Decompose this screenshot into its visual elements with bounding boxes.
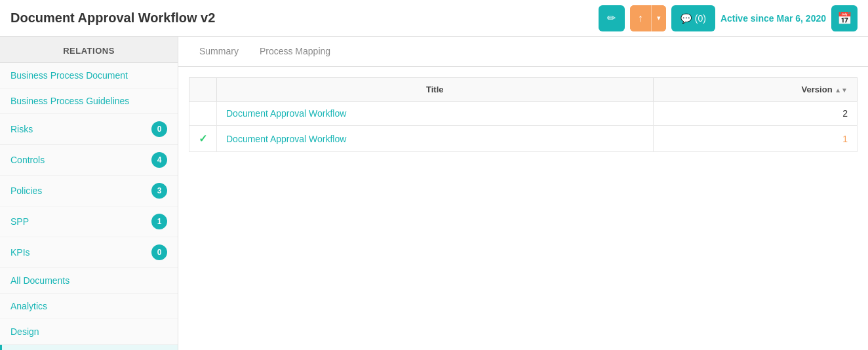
header: Document Approval Workflow v2 ✏ ↑ ▾ 💬 (0… xyxy=(0,0,868,37)
sidebar-item-kpis[interactable]: KPIs 0 xyxy=(0,237,178,268)
calendar-icon: 📅 xyxy=(837,11,852,26)
sort-icon: ▲▼ xyxy=(835,87,848,94)
sidebar-item-label: Design xyxy=(10,326,39,337)
tabs: Summary Process Mapping xyxy=(178,37,868,67)
col-selector xyxy=(189,78,217,102)
content-area: Summary Process Mapping Title Version xyxy=(178,37,868,350)
sidebar-item-risks[interactable]: Risks 0 xyxy=(0,114,178,145)
row2-version: 1 xyxy=(653,126,857,152)
sidebar-item-design[interactable]: Design xyxy=(0,319,178,345)
share-button[interactable]: ↑ xyxy=(630,5,651,31)
sidebar-item-label: Controls xyxy=(10,155,45,165)
tab-process-mapping[interactable]: Process Mapping xyxy=(249,37,341,67)
policies-badge: 3 xyxy=(151,183,167,199)
header-actions: ✏ ↑ ▾ 💬 (0) Active since Mar 6, 2020 📅 xyxy=(599,5,858,31)
row1-version: 2 xyxy=(653,102,857,126)
sidebar-item-label: All Documents xyxy=(10,275,69,286)
checkmark-icon: ✓ xyxy=(199,133,207,144)
edit-button[interactable]: ✏ xyxy=(599,5,625,31)
sidebar-header: RELATIONS xyxy=(0,37,178,63)
tab-summary-label: Summary xyxy=(199,46,239,56)
versions-table: Title Version ▲▼ Document Approval Workf… xyxy=(189,77,858,152)
sidebar-item-label: Policies xyxy=(10,185,42,196)
tab-summary[interactable]: Summary xyxy=(189,37,249,67)
main-layout: RELATIONS Business Process Document Busi… xyxy=(0,37,868,350)
sidebar-item-analytics[interactable]: Analytics xyxy=(0,294,178,319)
sidebar-item-business-process-guidelines[interactable]: Business Process Guidelines xyxy=(0,88,178,114)
comment-button[interactable]: 💬 (0) xyxy=(671,5,715,31)
share-icon: ↑ xyxy=(638,12,643,24)
sidebar-item-label: Business Process Guidelines xyxy=(10,96,129,106)
sidebar-item-label: KPIs xyxy=(10,247,30,258)
status-text: Active since Mar 6, 2020 xyxy=(720,13,826,24)
risks-badge: 0 xyxy=(151,121,167,137)
sidebar-item-business-process-document[interactable]: Business Process Document xyxy=(0,63,178,88)
table-area: Title Version ▲▼ Document Approval Workf… xyxy=(178,67,868,350)
sidebar: RELATIONS Business Process Document Busi… xyxy=(0,37,178,350)
row1-check-cell xyxy=(189,102,217,126)
kpis-badge: 0 xyxy=(151,244,167,260)
table-row: ✓ Document Approval Workflow 1 xyxy=(189,126,858,152)
chevron-down-icon: ▾ xyxy=(657,14,661,22)
col-version[interactable]: Version ▲▼ xyxy=(653,78,857,102)
edit-icon: ✏ xyxy=(607,12,616,24)
table-row: Document Approval Workflow 2 xyxy=(189,102,858,126)
sidebar-item-spp[interactable]: SPP 1 xyxy=(0,206,178,237)
sidebar-item-label: Risks xyxy=(10,124,33,134)
col-version-label: Version xyxy=(802,85,833,94)
row2-title[interactable]: Document Approval Workflow xyxy=(217,126,654,152)
sidebar-item-all-documents[interactable]: All Documents xyxy=(0,268,178,294)
row1-title[interactable]: Document Approval Workflow xyxy=(217,102,654,126)
comment-count: (0) xyxy=(695,13,706,24)
table-header-row: Title Version ▲▼ xyxy=(189,78,858,102)
row2-check-cell: ✓ xyxy=(189,126,217,152)
sidebar-item-label: Analytics xyxy=(10,301,47,311)
tab-process-mapping-label: Process Mapping xyxy=(260,46,330,56)
comment-icon: 💬 xyxy=(681,13,692,24)
sidebar-item-controls[interactable]: Controls 4 xyxy=(0,145,178,176)
spp-badge: 1 xyxy=(151,214,167,229)
col-title-label: Title xyxy=(426,85,444,94)
share-button-group: ↑ ▾ xyxy=(630,5,666,31)
sidebar-item-label: SPP xyxy=(10,216,29,227)
sidebar-item-label: Business Process Document xyxy=(10,70,128,81)
sidebar-item-versions[interactable]: Versions 2 xyxy=(0,345,178,350)
col-title[interactable]: Title xyxy=(217,78,654,102)
page-title: Document Approval Workflow v2 xyxy=(10,10,215,26)
calendar-button[interactable]: 📅 xyxy=(831,5,858,31)
sidebar-item-policies[interactable]: Policies 3 xyxy=(0,176,178,206)
share-dropdown-button[interactable]: ▾ xyxy=(651,5,666,31)
controls-badge: 4 xyxy=(151,152,167,168)
